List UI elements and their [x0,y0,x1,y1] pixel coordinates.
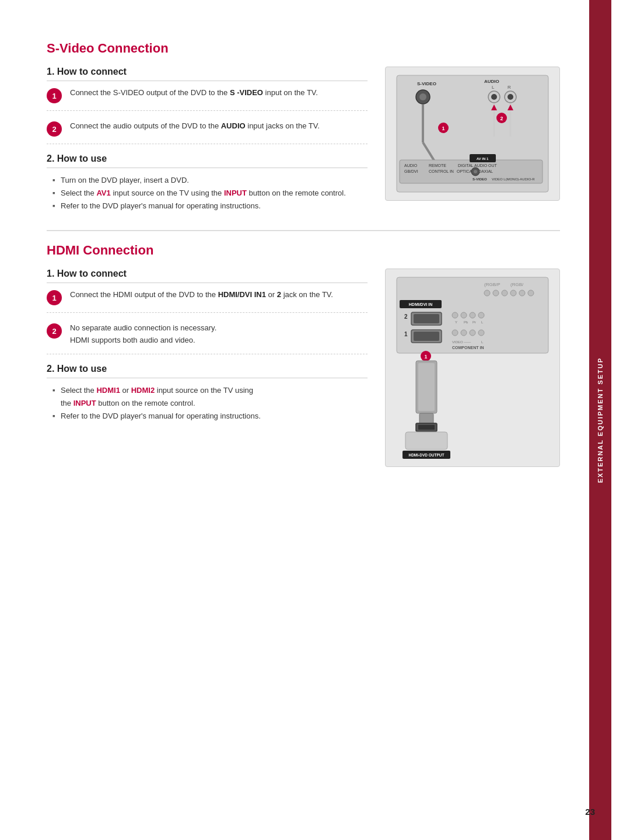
hdmi-how-to-use: 2. How to use Select the HDMI1 or HDMI2 … [47,364,368,423]
svg-text:HDMI-DVD OUTPUT: HDMI-DVD OUTPUT [408,453,444,457]
svg-text:GB/DVI: GB/DVI [404,169,418,173]
hdmi-bullet1: Select the HDMI1 or HDMI2 input source o… [52,384,368,410]
svg-point-8 [491,94,497,100]
hdmi-step2-badge: 2 [47,323,62,339]
svideo-diagram-container: S-VIDEO AUDIO L R [385,67,560,212]
svg-point-38 [493,290,499,296]
page: S-Video Connection 1. How to connect 1 C… [0,0,630,840]
svg-text:1: 1 [442,126,444,131]
hdmi-row: 1. How to connect 1 Connect the HDMI out… [47,269,560,467]
main-content: S-Video Connection 1. How to connect 1 C… [0,0,589,840]
svg-text:AUDIO: AUDIO [404,163,418,168]
svg-text:CONTROL IN: CONTROL IN [429,169,454,173]
section-divider [47,230,560,231]
svideo-bullet3: Refer to the DVD player's manual for ope… [52,200,368,212]
step1-text: Connect the S-VIDEO output of the DVD to… [70,87,318,99]
svg-text:2: 2 [500,116,503,121]
svg-rect-72 [418,425,435,430]
hdmi-step2-text: No separate audio connection is necessar… [70,322,216,347]
svg-text:1: 1 [424,354,427,360]
sidebar-label: EXTERNAL EQUIPMENT SETUP [597,357,604,483]
svg-text:DIGITAL AUDIO OUT: DIGITAL AUDIO OUT [458,163,498,168]
svg-point-10 [508,94,513,100]
svg-text:S-VIDEO: S-VIDEO [473,177,487,181]
svg-text:L: L [492,85,495,90]
svideo-bullet1: Turn on the DVD player, insert a DVD. [52,174,368,187]
hdmi-diagram-svg: (RGB/P (RGB/ HDMI/DVI IN [394,274,551,461]
svg-point-50 [470,312,475,318]
svg-text:COMPONENT IN: COMPONENT IN [452,346,484,350]
svg-text:REMOTE: REMOTE [429,163,446,168]
svideo-bullet2: Select the AV1 input source on the TV us… [52,187,368,200]
svg-point-60 [461,330,467,336]
svg-text:HDMI/DVI IN: HDMI/DVI IN [409,302,432,306]
sidebar: EXTERNAL EQUIPMENT SETUP [589,0,611,840]
svg-point-59 [452,330,458,336]
step1-badge: 1 [47,88,62,103]
svg-rect-69 [418,363,435,411]
svg-point-48 [452,312,458,318]
svg-rect-47 [414,314,439,323]
svg-rect-73 [405,432,447,449]
step2-badge: 2 [47,121,62,137]
hdmi-step1-badge: 1 [47,290,62,305]
svg-point-33 [474,170,477,173]
svideo-use-title: 2. How to use [47,154,368,168]
svg-text:VIDEO ——: VIDEO —— [452,340,471,344]
hdmi-section: HDMI Connection 1. How to connect 1 Conn… [47,243,560,467]
svg-point-42 [528,290,534,296]
svg-text:(RGB/P: (RGB/P [484,282,501,287]
page-number: 23 [585,807,595,817]
hdmi-title: HDMI Connection [47,243,560,258]
svg-point-40 [510,290,516,296]
svg-text:S-VIDEO: S-VIDEO [417,81,436,86]
svg-text:Pr: Pr [473,320,476,324]
hdmi-diagram: (RGB/P (RGB/ HDMI/DVI IN [385,269,560,467]
svideo-left: 1. How to connect 1 Connect the S-VIDEO … [47,67,368,212]
svg-point-37 [484,290,490,296]
svg-text:VIDEO L(MONO)-AUDIO-R: VIDEO L(MONO)-AUDIO-R [492,177,535,181]
svg-point-41 [519,290,525,296]
svg-text:AUDIO: AUDIO [484,79,499,84]
svg-text:2: 2 [404,313,408,320]
svg-point-39 [502,290,508,296]
hdmi-use-list: Select the HDMI1 or HDMI2 input source o… [47,384,368,423]
svideo-how-to-connect: 1. How to connect [47,67,368,81]
hdmi-step1: 1 Connect the HDMI output of the DVD to … [47,289,368,313]
svg-text:(RGB/: (RGB/ [510,282,524,287]
hdmi-left: 1. How to connect 1 Connect the HDMI out… [47,269,368,467]
svg-text:Y: Y [455,320,457,324]
hdmi-step2: 2 No separate audio connection is necess… [47,322,368,354]
svideo-diagram-svg: S-VIDEO AUDIO L R [394,72,551,195]
svg-point-6 [419,93,426,100]
hdmi-step1-text: Connect the HDMI output of the DVD to th… [70,289,333,301]
svideo-step2: 2 Connect the audio outputs of the DVD t… [47,120,368,144]
svg-point-62 [478,330,484,336]
svg-text:AV IN 1: AV IN 1 [477,157,489,161]
svg-text:Pb: Pb [464,320,468,324]
hdmi-how-to-connect: 1. How to connect [47,269,368,283]
step2-text: Connect the audio outputs of the DVD to … [70,120,320,133]
svideo-use-list: Turn on the DVD player, insert a DVD. Se… [47,174,368,212]
hdmi-bullet2: Refer to the DVD player's manual for ope… [52,410,368,423]
svg-text:R: R [508,85,511,90]
svg-point-61 [470,330,475,336]
svg-rect-58 [414,332,439,341]
svg-point-51 [478,312,484,318]
svideo-connect-row: 1. How to connect 1 Connect the S-VIDEO … [47,67,560,212]
svideo-title: S-Video Connection [47,41,560,56]
svg-point-49 [461,312,467,318]
hdmi-diagram-container: (RGB/P (RGB/ HDMI/DVI IN [385,269,560,467]
hdmi-use-title: 2. How to use [47,364,368,378]
svideo-step1: 1 Connect the S-VIDEO output of the DVD … [47,87,368,111]
svideo-how-to-use: 2. How to use Turn on the DVD player, in… [47,154,368,212]
svideo-section: S-Video Connection 1. How to connect 1 C… [47,41,560,212]
svg-text:1: 1 [404,331,408,337]
svideo-diagram: S-VIDEO AUDIO L R [385,67,560,201]
